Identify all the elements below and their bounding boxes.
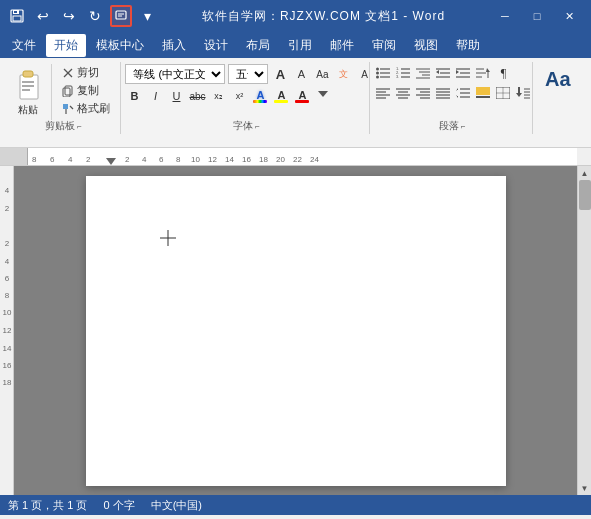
- para-row2: [374, 84, 532, 102]
- format-painter-button[interactable]: 格式刷: [58, 100, 114, 117]
- line-spacing-button[interactable]: [454, 84, 472, 102]
- vruler-mark: 16: [1, 361, 13, 370]
- font-label: 字体 ⌐: [123, 119, 369, 133]
- svg-marker-68: [456, 95, 458, 98]
- change-case-button[interactable]: Aa: [313, 65, 331, 83]
- clipboard-group: 粘贴 剪切 复制 格式刷 剪贴板 ⌐: [6, 62, 121, 134]
- menu-template[interactable]: 模板中心: [88, 34, 152, 57]
- ruler-mark: 24: [310, 155, 319, 164]
- menu-home[interactable]: 开始: [46, 34, 86, 57]
- menu-design[interactable]: 设计: [196, 34, 236, 57]
- window-controls: ─ □ ✕: [489, 0, 585, 32]
- font-row2: B I U abc x₂ x² A A: [125, 87, 332, 105]
- svg-point-24: [376, 76, 379, 79]
- document-page[interactable]: [86, 176, 506, 486]
- menu-references[interactable]: 引用: [280, 34, 320, 57]
- sort-para-button[interactable]: [514, 84, 532, 102]
- vruler-mark: 6: [1, 274, 13, 283]
- menu-bar: 文件 开始 模板中心 插入 设计 布局 引用 邮件 审阅 视图 帮助: [0, 32, 591, 58]
- align-left-button[interactable]: [374, 84, 392, 102]
- maximize-button[interactable]: □: [521, 0, 553, 32]
- font-highlight-color-button[interactable]: A: [272, 87, 290, 105]
- decrease-indent-button[interactable]: [434, 64, 452, 82]
- multilevel-list-button[interactable]: [414, 64, 432, 82]
- save-button[interactable]: [6, 5, 28, 27]
- font-size-select[interactable]: 五号: [228, 64, 268, 84]
- scroll-up-button[interactable]: ▲: [578, 166, 592, 180]
- shading-button[interactable]: [474, 84, 492, 102]
- vertical-scrollbar[interactable]: ▲ ▼: [577, 166, 591, 495]
- minimize-button[interactable]: ─: [489, 0, 521, 32]
- vertical-ruler: 4 2 2 4 6 8 10 12 14 16 18: [0, 166, 14, 495]
- increase-indent-button[interactable]: [454, 64, 472, 82]
- document-area[interactable]: [14, 166, 577, 495]
- ruler-indent-marker[interactable]: [106, 158, 116, 165]
- close-button[interactable]: ✕: [553, 0, 585, 32]
- italic-button[interactable]: I: [146, 87, 164, 105]
- menu-mailings[interactable]: 邮件: [322, 34, 362, 57]
- font-color-button[interactable]: A: [293, 87, 311, 105]
- justify-button[interactable]: [434, 84, 452, 102]
- paste-button[interactable]: 粘贴: [8, 64, 48, 122]
- vruler-mark: 4: [1, 257, 13, 266]
- main-area: 4 2 2 4 6 8 10 12 14 16 18 ▲ ▼: [0, 166, 591, 495]
- title-bar: ↩ ↪ ↻ ▾ 软件自学网：RJZXW.COM 文档1 - Word ─ □ ✕: [0, 0, 591, 32]
- refresh-button[interactable]: ↻: [84, 5, 106, 27]
- undo-button[interactable]: ↩: [32, 5, 54, 27]
- strikethrough-button[interactable]: abc: [188, 87, 206, 105]
- svg-rect-69: [476, 87, 490, 95]
- scroll-down-button[interactable]: ▼: [578, 481, 592, 495]
- align-center-button[interactable]: [394, 84, 412, 102]
- numbering-button[interactable]: 1.2.3.: [394, 64, 412, 82]
- font-options-button[interactable]: [314, 87, 332, 105]
- vruler-mark: 2: [1, 239, 13, 248]
- menu-help[interactable]: 帮助: [448, 34, 488, 57]
- font-size-decrease-button[interactable]: A: [292, 65, 310, 83]
- svg-marker-67: [456, 88, 458, 91]
- superscript-button[interactable]: x²: [230, 87, 248, 105]
- font-group: 等线 (中文正文 五号 A A Aa 文 A B I U abc: [123, 62, 370, 134]
- menu-insert[interactable]: 插入: [154, 34, 194, 57]
- styles-aa-button[interactable]: Aa: [537, 64, 579, 95]
- font-size-increase-button[interactable]: A: [271, 65, 289, 83]
- text-effect-button[interactable]: A: [251, 87, 269, 105]
- language: 中文(中国): [151, 498, 202, 513]
- borders-button[interactable]: [494, 84, 512, 102]
- scroll-thumb[interactable]: [579, 180, 591, 210]
- customize-button[interactable]: ▾: [136, 5, 158, 27]
- subscript-button[interactable]: x₂: [209, 87, 227, 105]
- svg-rect-4: [116, 11, 126, 19]
- align-right-button[interactable]: [414, 84, 432, 102]
- ruler-mark: 6: [159, 155, 163, 164]
- ruler-mark: 2: [86, 155, 90, 164]
- bold-button[interactable]: B: [125, 87, 143, 105]
- ruler-track: 8 6 4 2 2 4 6 8 10 12 14 16 18 20 22 24: [28, 148, 577, 165]
- status-bar: 第 1 页，共 1 页 0 个字 中文(中国): [0, 495, 591, 515]
- ruler-mark: 8: [32, 155, 36, 164]
- menu-file[interactable]: 文件: [4, 34, 44, 57]
- menu-review[interactable]: 审阅: [364, 34, 404, 57]
- para-row1: 1.2.3. ¶: [374, 64, 512, 82]
- sort-button[interactable]: [474, 64, 492, 82]
- underline-button[interactable]: U: [167, 87, 185, 105]
- show-marks-button[interactable]: ¶: [494, 64, 512, 82]
- paragraph-expand[interactable]: ⌐: [461, 122, 466, 131]
- copy-button[interactable]: 复制: [58, 82, 114, 99]
- font-name-select[interactable]: 等线 (中文正文: [125, 64, 225, 84]
- clear-format-button[interactable]: A: [355, 65, 373, 83]
- clipboard-expand[interactable]: ⌐: [77, 122, 82, 131]
- text-highlight-button[interactable]: 文: [334, 65, 352, 83]
- cut-button[interactable]: 剪切: [58, 64, 114, 81]
- font-expand[interactable]: ⌐: [255, 122, 260, 131]
- clipboard-sub-buttons: 剪切 复制 格式刷: [58, 64, 114, 117]
- ruler-mark: 18: [259, 155, 268, 164]
- menu-view[interactable]: 视图: [406, 34, 446, 57]
- svg-rect-15: [63, 88, 70, 97]
- redo-button[interactable]: ↪: [58, 5, 80, 27]
- menu-layout[interactable]: 布局: [238, 34, 278, 57]
- bullets-button[interactable]: [374, 64, 392, 82]
- svg-rect-16: [63, 104, 68, 109]
- styles-group: Aa: [535, 62, 585, 134]
- vruler-mark: 10: [1, 308, 13, 317]
- highlighted-button[interactable]: [110, 5, 132, 27]
